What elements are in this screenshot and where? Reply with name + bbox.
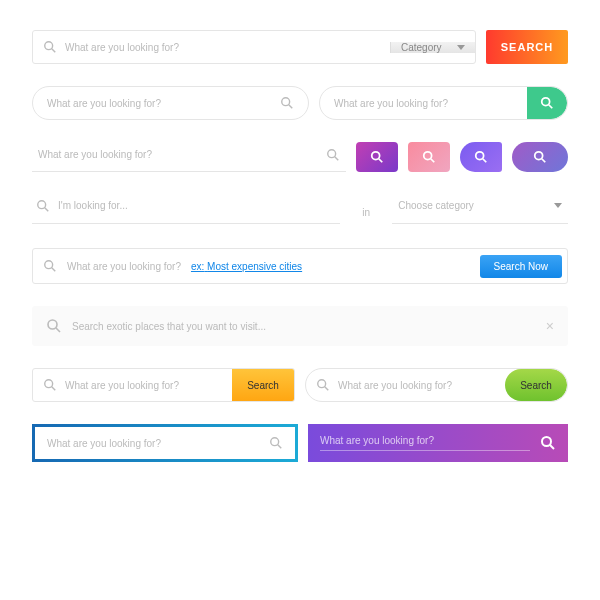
search-icon bbox=[43, 378, 57, 392]
search-input-2a[interactable] bbox=[47, 98, 272, 109]
search-input-8b[interactable] bbox=[320, 435, 530, 446]
close-icon[interactable]: × bbox=[546, 318, 554, 334]
search-icon bbox=[316, 378, 330, 392]
search-icon[interactable] bbox=[540, 435, 556, 451]
example-link[interactable]: ex: Most expensive cities bbox=[191, 261, 302, 272]
search-icon[interactable] bbox=[269, 436, 283, 450]
chevron-down-icon bbox=[554, 203, 562, 208]
category-label: Category bbox=[401, 42, 442, 53]
search-button-blue[interactable] bbox=[460, 142, 502, 172]
search-placeholder-5: What are you looking for? bbox=[67, 261, 181, 272]
search-bar-5: What are you looking for? ex: Most expen… bbox=[32, 248, 568, 284]
search-bar-2b bbox=[319, 86, 568, 120]
search-bar-3 bbox=[32, 142, 346, 172]
category-dropdown[interactable]: Category bbox=[390, 42, 475, 53]
search-bar-7b: Search bbox=[305, 368, 568, 402]
search-button-gradient-pill[interactable] bbox=[512, 142, 568, 172]
search-input-2b[interactable] bbox=[334, 98, 515, 109]
search-input-1[interactable] bbox=[65, 42, 380, 53]
search-button-7b[interactable]: Search bbox=[505, 369, 567, 401]
search-icon bbox=[43, 259, 57, 273]
search-input-3[interactable] bbox=[38, 149, 318, 160]
search-now-button[interactable]: Search Now bbox=[480, 255, 562, 278]
search-icon bbox=[46, 318, 62, 334]
search-bar-6: × bbox=[32, 306, 568, 346]
search-bar-8b bbox=[308, 424, 568, 462]
search-bar-4 bbox=[32, 194, 340, 224]
search-bar-1: Category bbox=[32, 30, 476, 64]
search-input-7b[interactable] bbox=[338, 380, 495, 391]
search-input-6[interactable] bbox=[72, 321, 536, 332]
search-icon[interactable] bbox=[326, 148, 340, 162]
choose-category-label: Choose category bbox=[398, 200, 474, 211]
search-button-1[interactable]: SEARCH bbox=[486, 30, 568, 64]
chevron-down-icon bbox=[457, 45, 465, 50]
search-icon[interactable] bbox=[280, 96, 294, 110]
search-bar-8a bbox=[32, 424, 298, 462]
search-input-7a[interactable] bbox=[65, 380, 222, 391]
search-button-pink[interactable] bbox=[408, 142, 450, 172]
search-icon bbox=[36, 199, 50, 213]
search-bar-2a bbox=[32, 86, 309, 120]
search-bar-7a: Search bbox=[32, 368, 295, 402]
category-select[interactable]: Choose category bbox=[392, 194, 568, 224]
search-input-4[interactable] bbox=[58, 200, 336, 211]
search-icon bbox=[540, 96, 554, 110]
search-button-purple[interactable] bbox=[356, 142, 398, 172]
search-button-2b[interactable] bbox=[527, 87, 567, 119]
search-button-7a[interactable]: Search bbox=[232, 369, 294, 401]
search-input-8a[interactable] bbox=[47, 438, 259, 449]
search-icon bbox=[43, 40, 57, 54]
in-label: in bbox=[356, 207, 376, 224]
